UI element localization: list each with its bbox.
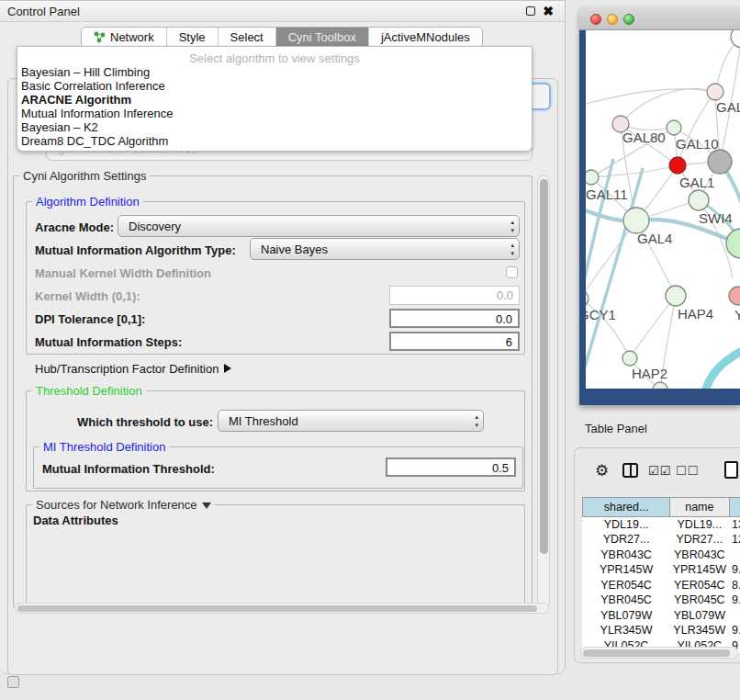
settings-vertical-scrollbar[interactable] <box>537 175 550 607</box>
table-horizontal-scrollbar[interactable] <box>580 647 738 659</box>
close-icon[interactable]: ✖ <box>543 6 554 17</box>
node-attribute-table[interactable]: shared... name A YDL19...YDL19...13YDR27… <box>582 497 740 653</box>
table-row[interactable]: YDL19...YDL19...13 <box>583 517 740 533</box>
node-label: GAL10 <box>676 136 719 152</box>
network-node-gal8[interactable] <box>707 84 723 100</box>
tab-jactivemnodules[interactable]: jActiveMNodules <box>369 28 482 47</box>
deselect-checkboxes-icon[interactable]: ☐☐ <box>676 464 699 478</box>
aracne-mode-combo[interactable]: Discovery ▴▾ <box>118 215 520 237</box>
table-row[interactable]: YBR043CYBR043C <box>583 548 740 563</box>
network-node-gal11[interactable] <box>586 170 599 185</box>
data-attributes-label: Data Attributes <box>33 514 118 527</box>
which-threshold-combo[interactable]: MI Threshold ▴▾ <box>218 410 484 432</box>
mi-threshold-field[interactable]: 0.5 <box>386 457 516 477</box>
network-icon <box>94 31 106 43</box>
table-cell: YLR345W <box>583 623 670 638</box>
control-panel-title: Control Panel <box>7 5 80 18</box>
gear-icon[interactable]: ⚙ <box>595 461 609 480</box>
network-node-y[interactable] <box>729 287 740 305</box>
column-header-shared[interactable]: shared... <box>583 498 670 517</box>
tab-cyni-toolbox[interactable]: Cyni Toolbox <box>276 28 369 47</box>
close-traffic-light-icon[interactable] <box>590 14 601 25</box>
which-threshold-value: MI Threshold <box>229 414 298 428</box>
network-node-gal1[interactable] <box>689 190 709 210</box>
stepper-icon: ▴▾ <box>475 412 478 429</box>
select-all-checkboxes-icon[interactable]: ☑☑ <box>648 464 671 478</box>
mi-steps-label: Mutual Information Steps: <box>35 335 182 349</box>
algorithm-item-mutual-information-inference[interactable]: Mutual Information Inference <box>17 107 532 120</box>
node-label: GAL1 <box>679 175 714 190</box>
table-cell: YER054C <box>583 578 670 593</box>
tab-label: jActiveMNodules <box>381 30 470 44</box>
minimize-traffic-light-icon[interactable] <box>607 14 618 25</box>
aracne-mode-label: Aracne Mode: <box>35 220 114 234</box>
table-row[interactable]: YLR345WYLR345W9. <box>583 623 740 638</box>
node-label: GCY1 <box>586 307 616 322</box>
table-cell: 9. <box>729 562 740 578</box>
hub-definition-label: Hub/Transcription Factor Definition <box>35 362 219 376</box>
network-node[interactable] <box>731 30 740 48</box>
mi-steps-field[interactable]: 6 <box>389 332 520 351</box>
tab-label: Style <box>179 30 206 44</box>
zoom-traffic-light-icon[interactable] <box>623 14 634 25</box>
float-window-icon[interactable] <box>526 6 535 16</box>
tab-style[interactable]: Style <box>167 28 219 47</box>
network-nodes[interactable]: GAL8GAL80GAL10GAL1GAL11GAL4SWI4GCY1HAP4Y… <box>586 30 740 389</box>
expand-right-icon <box>224 364 231 373</box>
document-icon[interactable] <box>724 461 738 479</box>
table-row[interactable]: YER054CYER054C8. <box>583 578 740 593</box>
algorithm-list: Bayesian – Hill ClimbingBasic Correlatio… <box>17 65 532 148</box>
table-cell: YBR043C <box>583 548 670 563</box>
algorithm-item-bayesian-hill-climbing[interactable]: Bayesian – Hill Climbing <box>17 65 532 79</box>
node-label: GAL4 <box>637 231 672 246</box>
control-panel-tabs: NetworkStyleSelectCyni ToolboxjActiveMNo… <box>81 27 483 48</box>
algorithm-item-aracne-algorithm[interactable]: ARACNE Algorithm <box>17 93 532 107</box>
tab-label: Cyni Toolbox <box>288 30 356 44</box>
network-node-hap4[interactable] <box>666 286 686 306</box>
bottom-bar-grid-icon[interactable] <box>7 676 19 688</box>
mi-threshold-label: Mutual Information Threshold: <box>42 462 215 476</box>
algorithm-definition-legend: Algorithm Definition <box>32 195 143 209</box>
table-cell: 12 <box>729 532 740 548</box>
network-node-gal10[interactable] <box>667 120 681 135</box>
tab-label: Network <box>110 30 154 44</box>
algorithm-item-dream8-dc-tdc-algorithm[interactable]: Dream8 DC_TDC Algorithm <box>17 134 532 148</box>
table-row[interactable]: YBR045CYBR045C9. <box>583 593 740 608</box>
table-cell: 9. <box>729 593 740 608</box>
network-node-hap2[interactable] <box>622 351 637 366</box>
network-node[interactable] <box>653 382 667 389</box>
network-node-gal4[interactable] <box>623 208 649 233</box>
table-cell: 8. <box>729 578 740 593</box>
table-cell <box>729 548 740 563</box>
algorithm-item-bayesian-k2[interactable]: Bayesian – K2 <box>17 120 532 134</box>
network-node[interactable] <box>669 157 686 174</box>
column-header-name[interactable]: name <box>670 498 729 517</box>
table-cell: YBR043C <box>670 548 729 563</box>
collapse-down-icon <box>202 502 211 509</box>
table-cell: YPR145W <box>670 562 729 578</box>
network-node-swi4[interactable] <box>726 229 740 258</box>
algorithm-item-basic-correlation-inference[interactable]: Basic Correlation Inference <box>17 79 532 93</box>
kernel-width-field[interactable]: 0.0 <box>389 286 520 305</box>
manual-kernel-checkbox[interactable] <box>506 266 518 278</box>
table-row[interactable]: YDR27...YDR27...12 <box>583 532 740 548</box>
node-label: GAL8 <box>716 99 740 115</box>
node-label: HAP4 <box>678 306 713 322</box>
table-row[interactable]: YBL079WYBL079W <box>583 608 740 624</box>
network-node[interactable] <box>708 150 732 174</box>
table-row[interactable]: YPR145WYPR145W9. <box>583 562 740 578</box>
dpi-tolerance-field[interactable]: 0.0 <box>389 309 520 328</box>
columns-icon[interactable] <box>622 463 638 478</box>
column-header-third[interactable]: A <box>729 498 740 517</box>
mi-type-combo[interactable]: Naive Bayes ▴▾ <box>250 238 520 260</box>
table-cell: YER054C <box>670 578 729 593</box>
network-window-titlebar[interactable] <box>579 7 740 30</box>
network-canvas[interactable]: GAL8GAL80GAL10GAL1GAL11GAL4SWI4GCY1HAP4Y… <box>586 30 740 389</box>
hub-definition-expander[interactable]: Hub/Transcription Factor Definition <box>35 362 231 376</box>
table-cell: 13 <box>729 517 740 533</box>
tab-select[interactable]: Select <box>219 28 276 47</box>
settings-horizontal-scrollbar[interactable] <box>15 603 549 614</box>
tab-network[interactable]: Network <box>82 28 167 47</box>
threshold-definition-legend: Threshold Definition <box>32 384 146 398</box>
node-label: SWI4 <box>699 210 733 226</box>
